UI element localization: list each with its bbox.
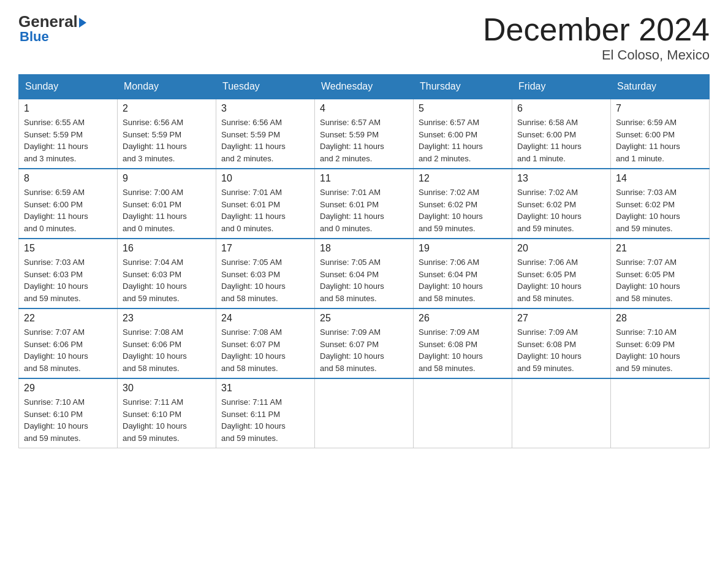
day-number: 9 [123, 173, 211, 184]
day-info: Sunrise: 6:55 AMSunset: 5:59 PMDaylight:… [24, 117, 112, 164]
day-info: Sunrise: 7:06 AMSunset: 6:05 PMDaylight:… [517, 256, 605, 304]
day-number: 17 [221, 243, 309, 254]
calendar-cell: 17 Sunrise: 7:05 AMSunset: 6:03 PMDaylig… [216, 239, 315, 308]
logo-blue-text: Blue [20, 29, 49, 45]
page-header: General Blue December 2024 El Coloso, Me… [18, 12, 710, 63]
day-number: 2 [123, 103, 211, 114]
day-number: 3 [221, 103, 309, 114]
calendar-cell: 8 Sunrise: 6:59 AMSunset: 6:00 PMDayligh… [19, 169, 118, 239]
calendar-table: Sunday Monday Tuesday Wednesday Thursday… [18, 74, 710, 448]
calendar-cell: 19 Sunrise: 7:06 AMSunset: 6:04 PMDaylig… [414, 239, 512, 308]
day-info: Sunrise: 7:06 AMSunset: 6:04 PMDaylight:… [419, 256, 507, 304]
calendar-cell: 1 Sunrise: 6:55 AMSunset: 5:59 PMDayligh… [19, 99, 118, 169]
calendar-cell: 21 Sunrise: 7:07 AMSunset: 6:05 PMDaylig… [611, 239, 710, 308]
day-number: 21 [616, 243, 704, 254]
calendar-cell: 20 Sunrise: 7:06 AMSunset: 6:05 PMDaylig… [512, 239, 611, 308]
day-info: Sunrise: 7:11 AMSunset: 6:11 PMDaylight:… [221, 396, 309, 444]
calendar-header-row: Sunday Monday Tuesday Wednesday Thursday… [19, 75, 710, 99]
day-info: Sunrise: 7:08 AMSunset: 6:07 PMDaylight:… [221, 326, 309, 374]
day-number: 6 [517, 103, 605, 114]
day-info: Sunrise: 6:56 AMSunset: 5:59 PMDaylight:… [123, 117, 211, 164]
calendar-cell: 30 Sunrise: 7:11 AMSunset: 6:10 PMDaylig… [118, 378, 216, 448]
calendar-cell: 3 Sunrise: 6:56 AMSunset: 5:59 PMDayligh… [216, 99, 315, 169]
calendar-cell: 28 Sunrise: 7:10 AMSunset: 6:09 PMDaylig… [611, 308, 710, 378]
day-info: Sunrise: 7:05 AMSunset: 6:04 PMDaylight:… [320, 256, 408, 304]
day-number: 25 [320, 313, 408, 324]
calendar-cell: 29 Sunrise: 7:10 AMSunset: 6:10 PMDaylig… [19, 378, 118, 448]
week-row-3: 15 Sunrise: 7:03 AMSunset: 6:03 PMDaylig… [19, 239, 710, 308]
calendar-cell: 13 Sunrise: 7:02 AMSunset: 6:02 PMDaylig… [512, 169, 611, 239]
calendar-cell: 16 Sunrise: 7:04 AMSunset: 6:03 PMDaylig… [118, 239, 216, 308]
day-number: 20 [517, 243, 605, 254]
col-sunday: Sunday [19, 75, 118, 99]
day-info: Sunrise: 7:10 AMSunset: 6:09 PMDaylight:… [616, 326, 704, 374]
calendar-cell: 5 Sunrise: 6:57 AMSunset: 6:00 PMDayligh… [414, 99, 512, 169]
calendar-cell: 31 Sunrise: 7:11 AMSunset: 6:11 PMDaylig… [216, 378, 315, 448]
calendar-cell: 9 Sunrise: 7:00 AMSunset: 6:01 PMDayligh… [118, 169, 216, 239]
calendar-cell: 18 Sunrise: 7:05 AMSunset: 6:04 PMDaylig… [315, 239, 414, 308]
week-row-1: 1 Sunrise: 6:55 AMSunset: 5:59 PMDayligh… [19, 99, 710, 169]
day-number: 29 [24, 383, 112, 394]
day-info: Sunrise: 6:56 AMSunset: 5:59 PMDaylight:… [221, 117, 309, 164]
calendar-cell [512, 378, 611, 448]
week-row-5: 29 Sunrise: 7:10 AMSunset: 6:10 PMDaylig… [19, 378, 710, 448]
day-info: Sunrise: 7:00 AMSunset: 6:01 PMDaylight:… [123, 186, 211, 234]
day-number: 27 [517, 313, 605, 324]
col-thursday: Thursday [414, 75, 512, 99]
day-number: 30 [123, 383, 211, 394]
calendar-cell: 23 Sunrise: 7:08 AMSunset: 6:06 PMDaylig… [118, 308, 216, 378]
day-info: Sunrise: 7:08 AMSunset: 6:06 PMDaylight:… [123, 326, 211, 374]
col-wednesday: Wednesday [315, 75, 414, 99]
day-info: Sunrise: 7:10 AMSunset: 6:10 PMDaylight:… [24, 396, 112, 444]
day-number: 16 [123, 243, 211, 254]
calendar-cell: 22 Sunrise: 7:07 AMSunset: 6:06 PMDaylig… [19, 308, 118, 378]
day-number: 26 [419, 313, 507, 324]
day-number: 31 [221, 383, 309, 394]
day-number: 18 [320, 243, 408, 254]
day-number: 13 [517, 173, 605, 184]
day-number: 24 [221, 313, 309, 324]
calendar-cell: 26 Sunrise: 7:09 AMSunset: 6:08 PMDaylig… [414, 308, 512, 378]
day-info: Sunrise: 7:03 AMSunset: 6:03 PMDaylight:… [24, 256, 112, 304]
day-number: 14 [616, 173, 704, 184]
day-number: 10 [221, 173, 309, 184]
col-saturday: Saturday [611, 75, 710, 99]
page-subtitle: El Coloso, Mexico [483, 47, 710, 63]
day-info: Sunrise: 6:59 AMSunset: 6:00 PMDaylight:… [616, 117, 704, 164]
day-info: Sunrise: 7:09 AMSunset: 6:08 PMDaylight:… [517, 326, 605, 374]
col-tuesday: Tuesday [216, 75, 315, 99]
calendar-cell: 4 Sunrise: 6:57 AMSunset: 5:59 PMDayligh… [315, 99, 414, 169]
day-number: 23 [123, 313, 211, 324]
day-info: Sunrise: 6:58 AMSunset: 6:00 PMDaylight:… [517, 117, 605, 164]
day-number: 28 [616, 313, 704, 324]
day-info: Sunrise: 7:11 AMSunset: 6:10 PMDaylight:… [123, 396, 211, 444]
week-row-2: 8 Sunrise: 6:59 AMSunset: 6:00 PMDayligh… [19, 169, 710, 239]
calendar-cell [414, 378, 512, 448]
col-monday: Monday [118, 75, 216, 99]
day-info: Sunrise: 6:57 AMSunset: 6:00 PMDaylight:… [419, 117, 507, 164]
day-number: 22 [24, 313, 112, 324]
calendar-cell: 14 Sunrise: 7:03 AMSunset: 6:02 PMDaylig… [611, 169, 710, 239]
calendar-cell: 11 Sunrise: 7:01 AMSunset: 6:01 PMDaylig… [315, 169, 414, 239]
calendar-cell: 6 Sunrise: 6:58 AMSunset: 6:00 PMDayligh… [512, 99, 611, 169]
day-number: 11 [320, 173, 408, 184]
day-info: Sunrise: 7:09 AMSunset: 6:08 PMDaylight:… [419, 326, 507, 374]
day-info: Sunrise: 7:07 AMSunset: 6:06 PMDaylight:… [24, 326, 112, 374]
day-number: 8 [24, 173, 112, 184]
day-number: 5 [419, 103, 507, 114]
day-number: 7 [616, 103, 704, 114]
day-number: 12 [419, 173, 507, 184]
day-info: Sunrise: 7:01 AMSunset: 6:01 PMDaylight:… [320, 186, 408, 234]
logo: General Blue [18, 12, 86, 45]
day-info: Sunrise: 7:02 AMSunset: 6:02 PMDaylight:… [517, 186, 605, 234]
calendar-cell: 27 Sunrise: 7:09 AMSunset: 6:08 PMDaylig… [512, 308, 611, 378]
title-block: December 2024 El Coloso, Mexico [483, 12, 710, 63]
week-row-4: 22 Sunrise: 7:07 AMSunset: 6:06 PMDaylig… [19, 308, 710, 378]
day-info: Sunrise: 7:07 AMSunset: 6:05 PMDaylight:… [616, 256, 704, 304]
day-info: Sunrise: 7:02 AMSunset: 6:02 PMDaylight:… [419, 186, 507, 234]
calendar-cell: 7 Sunrise: 6:59 AMSunset: 6:00 PMDayligh… [611, 99, 710, 169]
day-info: Sunrise: 6:59 AMSunset: 6:00 PMDaylight:… [24, 186, 112, 234]
page-title: December 2024 [483, 12, 710, 47]
day-info: Sunrise: 7:09 AMSunset: 6:07 PMDaylight:… [320, 326, 408, 374]
col-friday: Friday [512, 75, 611, 99]
